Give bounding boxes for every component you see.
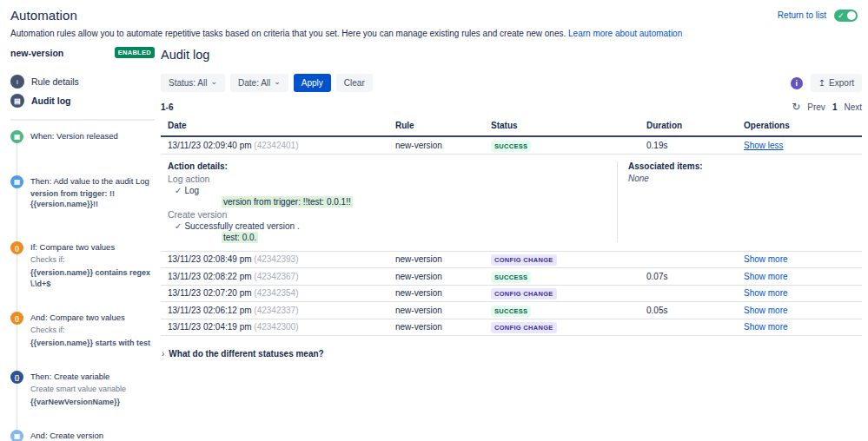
variable-icon: {} — [10, 371, 23, 384]
apply-button[interactable]: Apply — [294, 74, 331, 92]
subtitle-text: Automation rules allow you to automate r… — [10, 29, 566, 38]
log-entry-details: Action details: Log action ✓Log version … — [161, 155, 862, 252]
row-id: (42342300) — [254, 322, 298, 332]
row-date: 13/11/23 02:04:19 pm — [168, 322, 252, 332]
rule-details-icon: i — [10, 75, 24, 89]
status-filter-dropdown[interactable]: Status: All ⌄ — [161, 74, 225, 92]
export-button[interactable]: ↥ Export — [811, 74, 862, 92]
compare-icon: () — [10, 241, 23, 254]
status-badge: SUCCESS — [491, 141, 531, 152]
rule-sidebar: new-version ENABLED i Rule details ▤ Aud… — [10, 45, 155, 441]
step-title[interactable]: Then: Create variable — [30, 372, 155, 381]
step-title[interactable]: If: Compare two values — [30, 242, 155, 252]
toggle-knob — [847, 11, 856, 20]
rule-name: new-version — [10, 48, 63, 58]
detail-highlight: version from trigger: !!test: 0.0.1!! — [222, 196, 353, 207]
step-title[interactable]: When: Version released — [30, 131, 155, 141]
column-header-date: Date — [161, 121, 395, 130]
detail-line: Log — [184, 186, 199, 195]
associated-items-value: None — [628, 174, 862, 183]
action-details-label: Action details: — [168, 161, 617, 171]
table-header: Date Rule Status Duration Operations — [161, 121, 862, 137]
show-more-link[interactable]: Show more — [744, 288, 788, 298]
row-date: 13/11/23 02:08:22 pm — [168, 272, 252, 281]
step-if-compare[interactable]: () If: Compare two values Checks if: {{v… — [10, 242, 155, 288]
sidebar-item-rule-details[interactable]: i Rule details — [10, 72, 155, 91]
version-released-icon: ▣ — [10, 130, 23, 143]
row-id: (42342393) — [254, 254, 298, 264]
clear-button[interactable]: Clear — [336, 74, 373, 92]
statuses-explainer-toggle[interactable]: ›What do the different statuses mean? — [161, 349, 862, 359]
show-less-link[interactable]: Show less — [744, 141, 784, 150]
date-filter-dropdown[interactable]: Date: All ⌄ — [230, 74, 288, 92]
detail-section-heading: Log action — [168, 174, 617, 184]
nav-label: Audit log — [31, 95, 71, 106]
status-badge: SUCCESS — [491, 272, 531, 283]
column-header-rule: Rule — [395, 121, 491, 130]
row-rule: new-version — [395, 254, 491, 264]
step-detail: Checks if: — [30, 325, 155, 335]
detail-highlight: test: 0.0. — [222, 232, 258, 243]
table-row: 13/11/23 02:08:49 pm (42342393) new-vers… — [161, 252, 862, 269]
current-page[interactable]: 1 — [832, 102, 838, 112]
audit-log-panel: Audit log Status: All ⌄ Date: All ⌄ Appl… — [161, 45, 862, 441]
row-duration: 0.05s — [646, 306, 744, 315]
step-title[interactable]: Then: Add value to the audit Log — [30, 176, 155, 186]
step-title[interactable]: And: Compare two values — [30, 313, 155, 322]
column-header-duration: Duration — [646, 121, 744, 130]
show-more-link[interactable]: Show more — [744, 254, 788, 264]
next-page-button[interactable]: Next — [844, 102, 862, 112]
step-log-action[interactable]: ▤ Then: Add value to the audit Log versi… — [10, 176, 155, 209]
audit-log-icon: ▤ — [10, 94, 24, 108]
step-and-compare[interactable]: () And: Compare two values Checks if: {{… — [10, 313, 155, 348]
refresh-icon[interactable]: ↻ — [792, 101, 800, 113]
chevron-down-icon: ⌄ — [274, 78, 281, 86]
page-header: Automation Return to list ✓ Automation r… — [0, 0, 868, 38]
info-icon[interactable]: i — [791, 77, 803, 89]
step-detail: {{version.name}} starts with test — [30, 338, 155, 348]
show-more-link[interactable]: Show more — [744, 306, 788, 315]
step-trigger[interactable]: ▣ When: Version released — [10, 131, 155, 143]
table-row: 13/11/23 02:09:40 pm (42342401) new-vers… — [161, 137, 862, 155]
page-title: Automation — [10, 8, 77, 23]
learn-more-link[interactable]: Learn more about automation — [568, 29, 682, 38]
prev-page-button[interactable]: Prev — [807, 102, 825, 112]
row-rule: new-version — [395, 272, 491, 281]
status-badge: SUCCESS — [491, 306, 531, 317]
chevron-right-icon: › — [162, 349, 164, 359]
step-detail: {{varNewVersionName}} — [30, 397, 155, 407]
chevron-down-icon: ⌄ — [210, 78, 217, 86]
row-rule: new-version — [395, 306, 491, 315]
row-duration: 0.19s — [646, 141, 744, 150]
show-more-link[interactable]: Show more — [744, 322, 788, 332]
nav-label: Rule details — [31, 76, 79, 87]
compare-icon: () — [10, 312, 23, 325]
export-label: Export — [829, 78, 854, 88]
log-action-icon: ▤ — [10, 175, 23, 188]
check-icon: ✓ — [175, 221, 182, 231]
status-badge: CONFIG CHANGE — [491, 254, 557, 266]
table-row: 13/11/23 02:08:22 pm (42342367) new-vers… — [161, 268, 862, 286]
status-filter-label: Status: All — [169, 78, 207, 88]
step-detail: version from trigger: !!{{version.name}}… — [30, 188, 155, 209]
row-duration: 0.07s — [646, 272, 744, 281]
return-to-list-link[interactable]: Return to list — [778, 10, 826, 20]
table-row: 13/11/23 02:06:12 pm (42342337) new-vers… — [161, 302, 862, 319]
check-icon: ✓ — [175, 186, 182, 195]
check-icon: ✓ — [838, 10, 845, 22]
detail-line: Successfully created version . — [184, 221, 299, 231]
date-filter-label: Date: All — [238, 78, 270, 88]
detail-section-heading: Create version — [168, 209, 617, 220]
step-detail: {{version.name}} contains regex \.\d+$ — [30, 267, 155, 288]
step-title[interactable]: And: Create version — [30, 431, 155, 440]
show-more-link[interactable]: Show more — [744, 272, 788, 281]
row-id: (42342354) — [254, 288, 298, 298]
step-create-version[interactable]: ▣ And: Create version {{varNewVersionNam… — [10, 431, 155, 441]
rule-enabled-toggle[interactable]: ✓ — [834, 10, 858, 22]
row-id: (42342367) — [254, 272, 298, 281]
step-create-variable[interactable]: {} Then: Create variable Create smart va… — [10, 372, 155, 407]
status-badge: CONFIG CHANGE — [491, 288, 557, 299]
sidebar-item-audit-log[interactable]: ▤ Audit log — [10, 91, 155, 110]
row-date: 13/11/23 02:08:49 pm — [168, 254, 252, 264]
row-id: (42342401) — [254, 141, 298, 150]
